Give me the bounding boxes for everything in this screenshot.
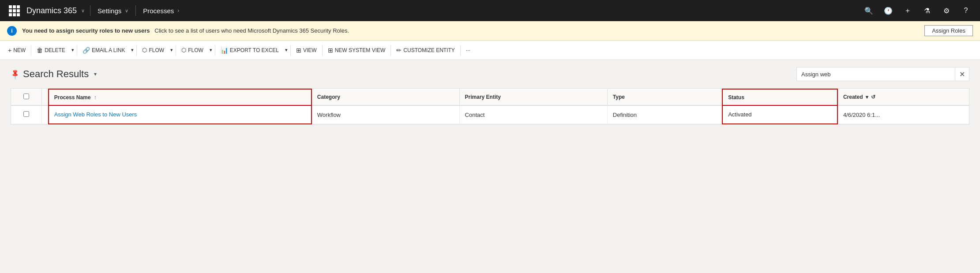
notif-bold-text: You need to assign security roles to new… bbox=[22, 27, 150, 34]
help-icon-btn[interactable]: ? bbox=[957, 2, 975, 19]
process-name-link[interactable]: Assign Web Roles to New Users bbox=[54, 111, 137, 118]
col-header-primary-entity[interactable]: Primary Entity bbox=[459, 89, 607, 105]
search-icon-btn[interactable]: 🔍 bbox=[860, 2, 878, 19]
settings-icon-btn[interactable]: ⚙ bbox=[938, 2, 955, 19]
search-box-area: ✕ bbox=[796, 67, 969, 81]
processes-table: Process Name ↑ Category Primary Entity T… bbox=[11, 89, 969, 124]
settings-chevron: ∨ bbox=[125, 8, 128, 14]
results-title-dropdown[interactable]: ▾ bbox=[94, 71, 97, 77]
table-row: Assign Web Roles to New Users Workflow C… bbox=[11, 105, 969, 124]
flow1-label: FLOW bbox=[149, 47, 164, 53]
row-checkbox[interactable] bbox=[23, 111, 29, 117]
new-icon: + bbox=[8, 47, 11, 54]
flow2-icon: ⬡ bbox=[181, 47, 186, 53]
row-category-cell: Workflow bbox=[312, 105, 459, 124]
flow1-icon: ⬡ bbox=[142, 47, 147, 53]
flow2-dropdown[interactable]: ▾ bbox=[208, 41, 214, 60]
app-title: Dynamics 365 bbox=[26, 6, 77, 15]
view-label: VIEW bbox=[303, 47, 317, 53]
select-all-checkbox[interactable] bbox=[23, 93, 29, 99]
row-created-value: 4/6/2020 6:1... bbox=[843, 112, 880, 118]
flow1-button[interactable]: ⬡ FLOW bbox=[138, 41, 169, 60]
toolbar-sep-7 bbox=[322, 45, 323, 56]
info-icon: i bbox=[7, 26, 17, 36]
table-container: Process Name ↑ Category Primary Entity T… bbox=[11, 88, 969, 125]
primary-entity-label: Primary Entity bbox=[465, 94, 501, 100]
col-header-created[interactable]: Created ▼ ↺ bbox=[837, 89, 969, 105]
status-label: Status bbox=[728, 94, 744, 101]
brand-chevron[interactable]: ∨ bbox=[81, 8, 85, 14]
customize-label: CUSTOMIZE ENTITY bbox=[403, 47, 454, 53]
export-icon: 📊 bbox=[221, 47, 228, 54]
nav-settings[interactable]: Settings ∨ bbox=[92, 0, 134, 21]
waffle-menu[interactable] bbox=[5, 2, 23, 19]
main-content: 📌 Search Results ▾ ✕ Process Name ↑ bbox=[0, 60, 980, 236]
row-entity-cell: Contact bbox=[459, 105, 607, 124]
more-label: ··· bbox=[466, 47, 470, 53]
new-button[interactable]: + NEW bbox=[4, 41, 30, 60]
created-filter-area: Created ▼ ↺ bbox=[843, 94, 876, 100]
flow2-button[interactable]: ⬡ FLOW bbox=[177, 41, 208, 60]
type-label: Type bbox=[613, 94, 625, 100]
link-icon: 🔗 bbox=[83, 47, 90, 54]
sort-asc-icon: ↑ bbox=[94, 94, 97, 101]
email-link-dropdown[interactable]: ▾ bbox=[129, 41, 135, 60]
nav-divider-1 bbox=[90, 5, 90, 16]
created-label: Created bbox=[843, 94, 863, 100]
row-bar-cell bbox=[42, 105, 49, 124]
toolbar-sep-6 bbox=[290, 45, 291, 56]
col-header-bar bbox=[42, 89, 49, 105]
refresh-icon[interactable]: ↺ bbox=[871, 94, 875, 100]
notification-bar: i You need to assign security roles to n… bbox=[0, 21, 980, 41]
row-type-value: Definition bbox=[613, 112, 637, 118]
export-excel-button[interactable]: 📊 EXPORT TO EXCEL bbox=[216, 41, 283, 60]
search-clear-button[interactable]: ✕ bbox=[955, 67, 969, 81]
history-icon-btn[interactable]: 🕐 bbox=[879, 2, 897, 19]
nav-processes[interactable]: Processes › bbox=[138, 0, 184, 21]
row-check-cell bbox=[11, 105, 42, 124]
col-header-status[interactable]: Status bbox=[722, 89, 837, 105]
notif-link-text[interactable]: Click to see a list of users who need Mi… bbox=[154, 27, 349, 34]
new-system-view-button[interactable]: ⊞ NEW SYSTEM VIEW bbox=[323, 41, 390, 60]
add-icon-btn[interactable]: ＋ bbox=[899, 2, 916, 19]
toolbar-sep-8 bbox=[390, 45, 391, 56]
view-icon: ⊞ bbox=[296, 47, 301, 54]
processes-label: Processes bbox=[143, 7, 174, 15]
delete-icon: 🗑 bbox=[37, 47, 43, 54]
results-title-area: 📌 Search Results ▾ bbox=[11, 68, 97, 80]
search-input[interactable] bbox=[796, 67, 955, 81]
customize-entity-button[interactable]: ✏ CUSTOMIZE ENTITY bbox=[392, 41, 459, 60]
col-header-category[interactable]: Category bbox=[312, 89, 459, 105]
settings-label: Settings bbox=[98, 7, 121, 15]
toolbar: + NEW 🗑 DELETE ▾ 🔗 EMAIL A LINK ▾ ⬡ FLOW… bbox=[0, 41, 980, 60]
filter-icon[interactable]: ▼ bbox=[865, 94, 870, 100]
assign-roles-button[interactable]: Assign Roles bbox=[924, 25, 973, 36]
customize-icon: ✏ bbox=[396, 47, 402, 54]
email-link-button[interactable]: 🔗 EMAIL A LINK bbox=[78, 41, 130, 60]
top-navigation: Dynamics 365 ∨ Settings ∨ Processes › 🔍 … bbox=[0, 0, 980, 21]
col-header-process[interactable]: Process Name ↑ bbox=[49, 89, 312, 105]
more-button[interactable]: ··· bbox=[462, 41, 475, 60]
row-status-value: Activated bbox=[728, 111, 751, 118]
toolbar-sep-2 bbox=[77, 45, 77, 56]
delete-button[interactable]: 🗑 DELETE bbox=[32, 41, 70, 60]
nav-divider-2 bbox=[135, 5, 136, 16]
flow2-label: FLOW bbox=[188, 47, 203, 53]
results-title: Search Results bbox=[23, 68, 89, 80]
row-category-value: Workflow bbox=[317, 112, 341, 118]
filter-icon-btn[interactable]: ⚗ bbox=[918, 2, 936, 19]
toolbar-sep-3 bbox=[136, 45, 137, 56]
col-header-type[interactable]: Type bbox=[607, 89, 722, 105]
row-created-cell: 4/6/2020 6:1... bbox=[837, 105, 969, 124]
email-link-label: EMAIL A LINK bbox=[92, 47, 125, 53]
nav-icon-group: 🔍 🕐 ＋ ⚗ ⚙ ? bbox=[860, 2, 975, 19]
row-process-name-cell: Assign Web Roles to New Users bbox=[49, 105, 312, 124]
row-status-cell: Activated bbox=[722, 105, 837, 124]
delete-label: DELETE bbox=[45, 47, 65, 53]
new-label: NEW bbox=[13, 47, 26, 53]
delete-dropdown[interactable]: ▾ bbox=[70, 41, 76, 60]
row-type-cell: Definition bbox=[607, 105, 722, 124]
flow1-dropdown[interactable]: ▾ bbox=[169, 41, 175, 60]
export-dropdown[interactable]: ▾ bbox=[283, 41, 289, 60]
view-button[interactable]: ⊞ VIEW bbox=[292, 41, 321, 60]
